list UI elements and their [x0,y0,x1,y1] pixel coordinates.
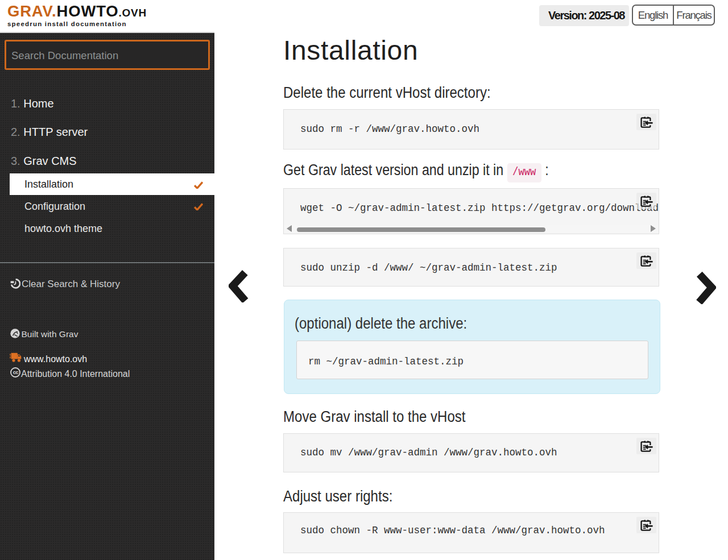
svg-text:cc: cc [13,369,18,375]
